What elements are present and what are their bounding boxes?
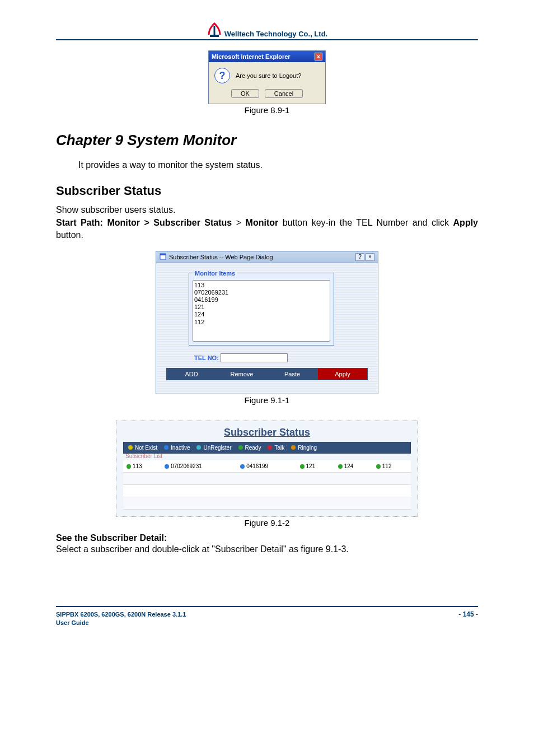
status-dot-icon bbox=[338, 464, 343, 469]
legend-item-ringing: Ringing bbox=[291, 445, 317, 451]
apply-button[interactable]: Apply bbox=[317, 368, 368, 380]
status-dot-icon bbox=[300, 464, 305, 469]
cancel-button[interactable]: Cancel bbox=[265, 89, 303, 98]
close-icon[interactable]: × bbox=[315, 53, 322, 60]
list-item[interactable]: 112 bbox=[194, 319, 329, 326]
dot-icon bbox=[196, 445, 201, 450]
monitor-items-label: Monitor Items bbox=[193, 270, 237, 277]
panel-title: Subscriber Status bbox=[123, 427, 411, 438]
paste-button[interactable]: Paste bbox=[267, 368, 317, 380]
legend-item-ready: Ready bbox=[238, 445, 261, 451]
company-name: Welltech Technology Co., Ltd. bbox=[224, 30, 327, 38]
footer-line-1: SIPPBX 6200S, 6200GS, 6200N Release 3.1.… bbox=[56, 610, 186, 618]
legend-item-unregister: UnRegister bbox=[196, 445, 231, 451]
dot-icon bbox=[291, 445, 296, 450]
subscriber-cell[interactable]: 121 bbox=[297, 460, 335, 473]
tel-no-input[interactable] bbox=[221, 353, 288, 362]
table-row bbox=[123, 473, 411, 485]
status-dot-icon bbox=[376, 464, 381, 469]
list-item[interactable]: 124 bbox=[194, 311, 329, 318]
close-icon[interactable]: × bbox=[366, 253, 374, 261]
start-path-line: Start Path: Monitor > Subscriber Status … bbox=[56, 217, 478, 242]
ok-button[interactable]: OK bbox=[231, 89, 259, 98]
list-item[interactable]: 113 bbox=[194, 282, 329, 289]
table-row bbox=[123, 485, 411, 497]
legend-item-not-exist: Not Exist bbox=[128, 445, 157, 451]
figure-caption: Figure 9.1-2 bbox=[56, 518, 478, 528]
add-button[interactable]: ADD bbox=[166, 368, 217, 380]
dialog-titlebar: Microsoft Internet Explorer × bbox=[209, 51, 325, 62]
subscriber-cell[interactable]: 0416199 bbox=[237, 460, 296, 473]
status-legend: Not Exist Inactive UnRegister Ready Talk… bbox=[123, 442, 411, 454]
page-header: Welltech Technology Co., Ltd. bbox=[56, 22, 478, 40]
dialog-button-row: ADD Remove Paste Apply bbox=[166, 368, 368, 380]
svg-rect-1 bbox=[160, 254, 166, 255]
table-row bbox=[123, 497, 411, 510]
subscriber-cell[interactable]: 0702069231 bbox=[161, 460, 237, 473]
chapter-intro: It provides a way to monitor the system … bbox=[78, 159, 478, 171]
detail-text: Select a subscriber and double-click at … bbox=[56, 543, 478, 556]
status-dot-icon bbox=[240, 464, 245, 469]
subscriber-status-dialog: Subscriber Status -- Web Page Dialog ? ×… bbox=[156, 251, 378, 394]
apply-word: Apply bbox=[453, 218, 478, 227]
dot-icon bbox=[268, 445, 272, 450]
list-item[interactable]: 0702069231 bbox=[194, 289, 329, 296]
list-item[interactable]: 0416199 bbox=[194, 296, 329, 304]
status-dot-icon bbox=[127, 464, 131, 469]
start-path-prefix: Start Path: Monitor > Subscriber Status bbox=[56, 218, 232, 227]
logout-confirm-dialog: Microsoft Internet Explorer × ? Are you … bbox=[208, 50, 326, 104]
subscriber-list-label: Subscriber List bbox=[123, 453, 411, 459]
help-icon[interactable]: ? bbox=[355, 253, 364, 261]
dot-icon bbox=[238, 445, 243, 450]
subscriber-status-panel: Subscriber Status Not Exist Inactive UnR… bbox=[116, 421, 418, 517]
subscriber-cell[interactable]: 124 bbox=[335, 460, 373, 473]
tel-no-label: TEL NO: bbox=[194, 354, 219, 361]
subscriber-cell[interactable]: 113 bbox=[123, 460, 161, 473]
legend-item-talk: Talk bbox=[268, 445, 284, 451]
dot-icon bbox=[128, 445, 133, 450]
subscriber-list-table: 113 0702069231 0416199 121 124 112 bbox=[123, 460, 411, 510]
chapter-title: Chapter 9 System Monitor bbox=[56, 132, 478, 149]
question-icon: ? bbox=[214, 68, 230, 83]
dot-icon bbox=[164, 445, 168, 450]
monitor-items-listbox[interactable]: 113 0702069231 0416199 121 124 112 bbox=[193, 280, 330, 342]
page-number: - 145 - bbox=[458, 610, 478, 618]
monitor-items-group: Monitor Items 113 0702069231 0416199 121… bbox=[189, 270, 334, 346]
legend-item-inactive: Inactive bbox=[164, 445, 190, 451]
list-item[interactable]: 121 bbox=[194, 304, 329, 311]
subscriber-cell[interactable]: 112 bbox=[373, 460, 411, 473]
dialog-title: Microsoft Internet Explorer bbox=[212, 53, 291, 60]
ie-page-icon bbox=[160, 253, 166, 261]
dialog-message: Are you sure to Logout? bbox=[236, 72, 301, 79]
tel-no-row: TEL NO: bbox=[166, 353, 368, 362]
remove-button[interactable]: Remove bbox=[217, 368, 267, 380]
footer-line-2: User Guide bbox=[56, 619, 186, 627]
section-title: Subscriber Status bbox=[56, 184, 478, 198]
logo-icon bbox=[207, 22, 222, 38]
monitor-word: Monitor bbox=[246, 218, 279, 227]
section-description: Show subscriber users status. bbox=[56, 204, 478, 216]
detail-heading: See the Subscriber Detail: bbox=[56, 533, 478, 543]
company-logo-block: Welltech Technology Co., Ltd. bbox=[207, 22, 327, 38]
figure-caption: Figure 8.9-1 bbox=[56, 105, 478, 115]
page-footer: SIPPBX 6200S, 6200GS, 6200N Release 3.1.… bbox=[56, 606, 478, 627]
table-row: 113 0702069231 0416199 121 124 112 bbox=[123, 460, 411, 473]
status-dot-icon bbox=[165, 464, 169, 469]
figure-caption: Figure 9.1-1 bbox=[56, 395, 478, 405]
dialog-titlebar: Subscriber Status -- Web Page Dialog ? × bbox=[156, 251, 378, 263]
dialog-title: Subscriber Status -- Web Page Dialog bbox=[169, 254, 273, 260]
